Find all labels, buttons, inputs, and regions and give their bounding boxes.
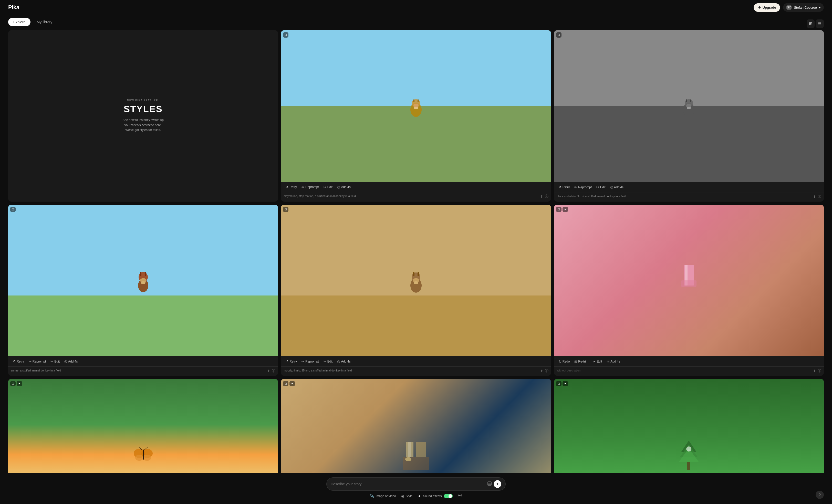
share-button[interactable]: ⬆ (267, 369, 270, 373)
prompt-generate-button[interactable]: + (494, 480, 501, 488)
video-desc-row: claymation, stop motion, a stuffed anima… (281, 192, 551, 201)
promo-card: NEW PIKA FEATURE: STYLES See how to inst… (8, 30, 278, 202)
avatar: SC (786, 5, 792, 10)
add4s-button[interactable]: ◎ Add 4s (62, 358, 80, 365)
user-name: Stefan Coetzee (794, 6, 817, 9)
add4s-button[interactable]: ◎ Add 4s (335, 184, 353, 190)
retrim-button[interactable]: ⊞ Re-trim (572, 358, 590, 365)
share-button[interactable]: ⬆ (813, 369, 816, 373)
svg-point-17 (141, 281, 146, 284)
video-thumbnail[interactable]: ⊡ (281, 205, 551, 356)
info-button[interactable]: ⓘ (818, 369, 821, 373)
promo-desc-line3: We've got styles for miles. (125, 128, 161, 132)
logo: Pika (8, 4, 19, 11)
svg-rect-22 (418, 272, 419, 276)
svg-point-11 (687, 107, 691, 109)
tab-my-library[interactable]: My library (31, 18, 57, 26)
video-actions: ↺ Retry ✏ Reprompt ✂ Edit ◎ Add 4s ⋮ (554, 182, 824, 192)
upgrade-button[interactable]: ✦ Upgrade (754, 3, 780, 12)
promo-desc-line1: See how to instantly switch up (123, 118, 164, 122)
share-button[interactable]: ⬆ (813, 195, 816, 199)
svg-point-5 (414, 107, 418, 109)
more-button[interactable]: ⋮ (269, 358, 276, 365)
upgrade-label: Upgrade (762, 6, 776, 9)
reprompt-button[interactable]: ✏ Reprompt (572, 184, 594, 190)
share-button[interactable]: ⬆ (540, 194, 543, 198)
donkey-anime-svg (133, 266, 153, 295)
video-thumbnail[interactable]: ⊡ (281, 30, 551, 181)
svg-point-23 (414, 281, 418, 284)
prompt-options-row: 📎 Image or video ◉ Style ✦ Sound effects (8, 493, 824, 499)
video-thumbnail[interactable]: ⊡ ✦ (554, 205, 824, 356)
image-or-video-button[interactable]: 📎 Image or video (370, 494, 396, 498)
style-button[interactable]: ◉ Style (401, 494, 413, 498)
grid-view-button[interactable]: ⊞ (807, 20, 814, 28)
edit-label: Edit (600, 186, 605, 189)
svg-point-38 (405, 457, 411, 461)
help-button[interactable]: ? (815, 491, 824, 499)
add4s-icon: ◎ (337, 185, 340, 189)
retry-button[interactable]: ↺ Retry (11, 358, 26, 365)
reprompt-label: Reprompt (578, 186, 592, 189)
prompt-input[interactable] (331, 482, 488, 486)
settings-button[interactable] (458, 493, 462, 499)
view-toggle: ⊞ ☰ (807, 20, 824, 28)
tab-explore[interactable]: Explore (8, 18, 30, 26)
video-grid: NEW PIKA FEATURE: STYLES See how to inst… (8, 30, 824, 504)
retry-label: Retry (289, 185, 297, 189)
video-description: anime, a stuffed animal donkey in a fiel… (11, 369, 267, 372)
retry-button[interactable]: ↺ Retry (284, 358, 299, 365)
waterfall-svg (673, 265, 704, 296)
add4s-label: Add 4s (341, 185, 350, 189)
info-button[interactable]: ⓘ (545, 369, 548, 373)
svg-rect-10 (690, 99, 692, 102)
retry-button[interactable]: ↺ Retry (556, 184, 572, 190)
video-thumbnail[interactable]: ⊡ (554, 30, 824, 182)
svg-point-43 (686, 446, 692, 452)
info-button[interactable]: ⓘ (818, 194, 821, 199)
more-button[interactable]: ⋮ (542, 358, 548, 365)
edit-button[interactable]: ✂ Edit (591, 358, 604, 365)
attachment-icon: 📎 (370, 494, 374, 498)
edit-button[interactable]: ✂ Edit (321, 358, 335, 365)
edit-button[interactable]: ✂ Edit (594, 184, 607, 190)
more-button[interactable]: ⋮ (814, 358, 821, 365)
edit-button[interactable]: ✂ Edit (48, 358, 62, 365)
share-button[interactable]: ⬆ (540, 369, 543, 373)
add4s-label: Add 4s (68, 360, 78, 363)
info-button[interactable]: ⓘ (545, 194, 548, 199)
edit-button[interactable]: ✂ Edit (321, 184, 335, 190)
svg-point-30 (143, 455, 151, 461)
svg-rect-45 (488, 484, 491, 485)
list-view-button[interactable]: ☰ (815, 20, 824, 28)
more-button[interactable]: ⋮ (542, 184, 548, 190)
add4s-button[interactable]: ◎ Add 4s (335, 358, 353, 365)
add4s-button[interactable]: ◎ Add 4s (604, 358, 622, 365)
add4s-button[interactable]: ◎ Add 4s (608, 184, 626, 190)
prompt-share-button[interactable] (488, 481, 492, 486)
sound-effects-toggle[interactable] (444, 494, 452, 498)
reprompt-button[interactable]: ✏ Reprompt (300, 358, 321, 365)
retry-button[interactable]: ↺ Retry (284, 184, 299, 190)
add4s-label: Add 4s (614, 186, 623, 189)
edit-label: Edit (54, 360, 60, 363)
add4s-label: Add 4s (341, 360, 350, 363)
svg-rect-35 (408, 442, 411, 457)
more-button[interactable]: ⋮ (814, 184, 821, 191)
room-svg (403, 439, 429, 470)
info-button[interactable]: ⓘ (272, 369, 276, 373)
main-content: NEW PIKA FEATURE: STYLES See how to inst… (0, 30, 832, 504)
thumb-visual (281, 30, 551, 181)
style-label: Style (406, 494, 413, 498)
video-thumbnail[interactable]: ⊡ (8, 205, 278, 356)
donkey-claymation-svg (406, 93, 426, 119)
retry-label: Retry (563, 186, 570, 189)
reprompt-label: Reprompt (32, 360, 46, 363)
svg-rect-36 (416, 442, 426, 457)
upgrade-icon: ✦ (758, 5, 761, 10)
reprompt-button[interactable]: ✏ Reprompt (300, 184, 321, 190)
user-menu-button[interactable]: SC Stefan Coetzee ▾ (783, 3, 824, 12)
reprompt-label: Reprompt (305, 360, 319, 363)
redo-button[interactable]: ↻ Redo (556, 358, 572, 365)
reprompt-button[interactable]: ✏ Reprompt (27, 358, 48, 365)
